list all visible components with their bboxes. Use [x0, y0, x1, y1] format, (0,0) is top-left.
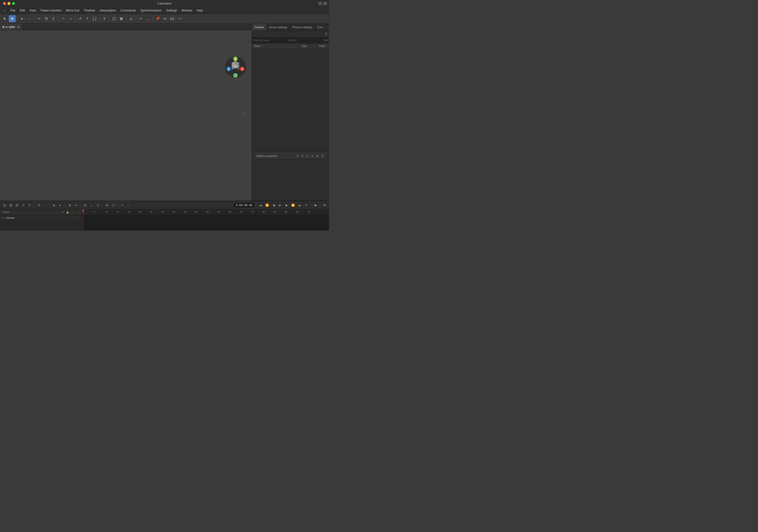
- scene-sq1-icon[interactable]: □: [73, 216, 77, 219]
- op-icon-6[interactable]: ⊞: [320, 154, 325, 158]
- viewport-background: [0, 30, 252, 201]
- close-button[interactable]: [3, 2, 6, 5]
- tl-rotate-btn[interactable]: ↻: [26, 202, 32, 208]
- menu-item-mirror-tool[interactable]: Mirror tool: [64, 8, 82, 13]
- rect-outline-btn[interactable]: [111, 15, 118, 22]
- scissors-btn[interactable]: ✂: [137, 15, 144, 22]
- viewport-mode-btn[interactable]: ▾: [17, 25, 20, 29]
- menu-item-window[interactable]: Window: [180, 8, 194, 13]
- menu-item-commands[interactable]: Commands: [119, 8, 138, 13]
- tl-wave-btn[interactable]: ⤵: [88, 202, 94, 208]
- tl-refresh2-btn[interactable]: ↺: [95, 202, 101, 208]
- filter-by-type-input[interactable]: [287, 37, 322, 43]
- curve-btn[interactable]: 〜: [60, 15, 67, 22]
- group-btn[interactable]: [161, 15, 168, 22]
- viewport-gizmo[interactable]: Y X Z: [224, 56, 247, 78]
- playhead[interactable]: [83, 210, 83, 215]
- tl-select-rect-btn[interactable]: ⊡: [36, 202, 42, 208]
- tab-events[interactable]: Eve...: [315, 23, 327, 31]
- chain-btn[interactable]: ⛓: [43, 15, 50, 22]
- panel-tabs-more[interactable]: »: [327, 23, 329, 31]
- tl-resize-btn[interactable]: ⊞: [67, 202, 73, 208]
- select-tool-btn[interactable]: [2, 15, 9, 22]
- bracket-btn[interactable]: ⎣⎦: [91, 15, 98, 22]
- op-icon-1[interactable]: ⊞: [295, 154, 300, 158]
- rect-fill-btn[interactable]: [118, 15, 125, 22]
- menu-item-tween-machine[interactable]: Tween machine: [38, 8, 63, 13]
- tl-ik-btn[interactable]: IK: [51, 202, 57, 208]
- maximize-button[interactable]: [12, 2, 15, 5]
- timeline-ruler[interactable]: 0 5 10 15 20 25 30 35 40 45 50 55 60 65 …: [83, 210, 329, 231]
- viewport[interactable]: untitled × ▾ ▾ ▾: [0, 23, 252, 201]
- tab-physics-settings[interactable]: Physics settings: [290, 23, 315, 31]
- bone-btn[interactable]: [169, 15, 176, 22]
- menu-item-help[interactable]: Help: [195, 8, 205, 13]
- minimize-button[interactable]: [8, 2, 11, 5]
- panel-menu-btn[interactable]: ☰: [324, 32, 328, 36]
- person-btn[interactable]: [50, 15, 57, 22]
- op-icon-5[interactable]: ⊠: [315, 154, 320, 158]
- tl-ik2-btn[interactable]: IK: [82, 202, 88, 208]
- menu-item-settings[interactable]: Settings: [164, 8, 179, 13]
- squiggle-btn[interactable]: ⁓: [67, 15, 74, 22]
- tl-refresh-btn[interactable]: ↺: [20, 202, 26, 208]
- tl-settings2-btn[interactable]: ⚙: [322, 202, 327, 208]
- op-icon-2[interactable]: ⊟: [300, 154, 305, 158]
- op-icon-3[interactable]: ⊡: [305, 154, 310, 158]
- tl-circle-btn[interactable]: [8, 202, 14, 208]
- tl-select2-btn[interactable]: ⊞: [104, 202, 110, 208]
- menu-item-timeline[interactable]: Timeline: [82, 8, 97, 13]
- prev-key-btn[interactable]: ⏪: [264, 202, 270, 208]
- tl-cursor-btn[interactable]: ↖: [119, 202, 125, 208]
- home-menu-item[interactable]: ⌂: [2, 8, 7, 13]
- tl-key-btn[interactable]: [14, 202, 20, 208]
- scene-row[interactable]: + + Scene □ □: [0, 215, 82, 220]
- prev-frame-btn[interactable]: ◀: [271, 202, 277, 208]
- menu-item-synchronization[interactable]: Synchronization: [138, 8, 163, 13]
- dot-btn[interactable]: ●: [18, 15, 25, 22]
- filter-extra-input[interactable]: [322, 37, 329, 43]
- scene-sq2-icon[interactable]: □: [77, 216, 81, 219]
- run-btn[interactable]: [101, 15, 108, 22]
- tl-ik-right-btn[interactable]: ▸: [57, 202, 63, 208]
- tracks-lock-icon[interactable]: 🔒: [66, 211, 69, 214]
- play-to-start-btn[interactable]: ⏮: [258, 202, 264, 208]
- filter-by-name-input[interactable]: [252, 37, 287, 43]
- magnet-btn[interactable]: [35, 15, 43, 22]
- viewport-camera-btn[interactable]: ▾: [9, 25, 16, 29]
- layout-button[interactable]: ⊡: [318, 2, 322, 5]
- tl-key-add-btn[interactable]: ◆: [312, 202, 318, 208]
- next-key-btn[interactable]: ⏩: [290, 202, 296, 208]
- tl-toolbar-group-2: ⊡ →: [36, 202, 48, 208]
- tl-key2-btn[interactable]: [110, 202, 116, 208]
- tracks-eye-icon[interactable]: 👁: [61, 211, 65, 214]
- wave-btn[interactable]: [176, 15, 183, 22]
- tl-arrow-right-btn[interactable]: →: [42, 202, 48, 208]
- menu-item-edit[interactable]: Edit: [18, 8, 27, 13]
- menu-item-file[interactable]: File: [9, 8, 17, 13]
- viewport-select-btn[interactable]: ▾: [2, 25, 8, 29]
- tracks-sq1-icon[interactable]: □: [71, 211, 75, 214]
- viewport-small-icon[interactable]: [242, 112, 246, 116]
- play-to-end-btn[interactable]: ⏭: [296, 202, 303, 208]
- more-btn[interactable]: …: [145, 15, 152, 22]
- tracks-sq2-icon[interactable]: □: [77, 211, 80, 214]
- menu-item-view[interactable]: View: [27, 8, 38, 13]
- play-btn[interactable]: ▶: [277, 202, 283, 208]
- transform-btn[interactable]: [9, 15, 16, 22]
- arrow-btn[interactable]: →: [26, 15, 33, 22]
- op-icon-4[interactable]: ◎: [310, 154, 315, 158]
- text-btn[interactable]: T: [84, 15, 91, 22]
- menu-item-interpolation[interactable]: Interpolation: [98, 8, 118, 13]
- rotate-left-btn[interactable]: ↺: [77, 15, 84, 22]
- fullscreen-button[interactable]: ⊠: [323, 2, 327, 5]
- tl-arrow2-btn[interactable]: →: [125, 202, 132, 208]
- tab-outliner[interactable]: Outliner: [252, 23, 267, 31]
- next-frame-btn[interactable]: ▶: [284, 202, 290, 208]
- loop-btn[interactable]: ↻: [303, 202, 309, 208]
- tl-shift-right-btn[interactable]: ↦: [73, 202, 79, 208]
- tab-scene-settings[interactable]: Scene settings: [267, 23, 290, 31]
- tl-settings-btn[interactable]: [2, 202, 8, 208]
- pin-btn[interactable]: 📌: [154, 15, 161, 22]
- sword-btn[interactable]: [127, 15, 135, 22]
